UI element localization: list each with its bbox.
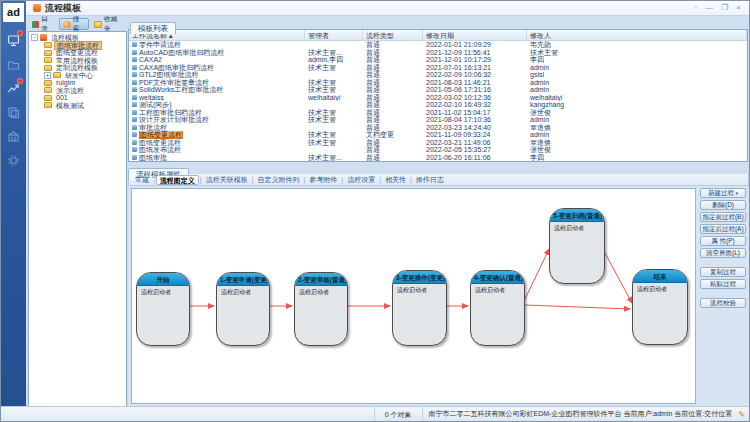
tab-3[interactable]: 自定义附件列	[254, 175, 302, 185]
table-row[interactable]: 图纸变更流程技术主管普通2022-03-21 11:49:06覃道焕	[129, 139, 747, 147]
flow-node[interactable]: 3-变更操作(变更操流程启动者	[392, 270, 447, 346]
table-row[interactable]: 设计开发计划审批流程技术主管普通2021-08-04 17:10:36admin	[129, 116, 747, 124]
flow-button[interactable]: 指定前过程(B)	[700, 212, 746, 222]
workflow-name: 图纸变更流程	[139, 131, 183, 139]
flowchart-canvas[interactable]: 开始流程启动者1-变更申请(变更申流程启动者2-变更审核(普通)流程启动者3-变…	[131, 188, 696, 404]
catalog-button[interactable]: 目录	[28, 18, 58, 30]
table-row[interactable]: 图纸变更流程技术主管文档变更2021-11-09 09:33:24admin	[129, 131, 747, 139]
tree-item[interactable]: 001	[44, 94, 126, 102]
column-header[interactable]: 管理者	[305, 30, 363, 40]
flow-node[interactable]: 2-变更审核(普通)流程启动者	[294, 272, 348, 346]
column-header[interactable]: 修改日期	[423, 30, 527, 40]
flow-button[interactable]: 属 性(P)	[700, 236, 746, 246]
flow-node-role: 流程启动者	[393, 284, 446, 297]
table-cell: 审批流程	[129, 124, 305, 132]
search-button[interactable]: 搜索	[59, 18, 89, 30]
tab-template-list[interactable]: 模板列表	[130, 22, 176, 34]
table-row[interactable]: 图纸发布流程普通2022-02-05 15:35:27张世俊	[129, 146, 747, 154]
table-cell: 2022-02-10 16:49:32	[423, 101, 527, 109]
gear-icon[interactable]	[1, 148, 26, 172]
table-row[interactable]: 工程图审批归档流程技术主管普通2021-11-02 15:04:17张世俊	[129, 109, 747, 117]
monitor-icon[interactable]	[1, 28, 26, 52]
table-row[interactable]: weitaissweihaitaiyi普通2022-03-02 10:12:36…	[129, 94, 747, 102]
flow-node[interactable]: 5-变更归档(普通)流程启动者	[549, 208, 605, 284]
tab-4[interactable]: 参考附件	[306, 175, 340, 185]
favorites-button[interactable]: 收藏夹	[90, 18, 127, 30]
table-cell: 2021-11-09 09:33:24	[423, 131, 527, 139]
close-icon[interactable]: ×	[736, 3, 741, 13]
table-row[interactable]: CAXA图纸审批归档流程技术主管普通2021-07-01 16:13:21adm…	[129, 64, 747, 72]
tree-item[interactable]: 常用流程模板	[44, 57, 126, 65]
column-header[interactable]: 修改人	[527, 30, 747, 40]
chart-icon[interactable]	[1, 76, 26, 100]
table-row[interactable]: GTL2图纸审批流程普通2022-02-09 10:06:32gslsl	[129, 71, 747, 79]
tree-item[interactable]: 演示流程	[44, 87, 126, 95]
table-row[interactable]: SolidWorks工程图审批流程技术主管普通2021-05-06 17:31:…	[129, 86, 747, 94]
table-cell: CAXA2	[129, 56, 305, 64]
table-cell: 2022-02-09 10:06:32	[423, 71, 527, 79]
table-row[interactable]: AutoCAD图纸审批归档流程技术主管...普通2021-12-09 11:56…	[129, 49, 747, 57]
folder-icon[interactable]	[1, 52, 26, 76]
tab-0[interactable]: 常规	[132, 175, 152, 185]
table-cell: 技术主管	[305, 109, 363, 117]
tab-1[interactable]: 流程图定义	[156, 175, 199, 185]
folder-icon	[44, 65, 52, 71]
search-icon	[63, 21, 70, 28]
folder-icon	[44, 95, 52, 101]
folder-icon	[44, 80, 52, 86]
tab-2[interactable]: 流程关联模板	[203, 175, 251, 185]
tree-item[interactable]: 定制流程模板	[44, 64, 126, 72]
flow-node[interactable]: 1-变更申请(变更申流程启动者	[216, 272, 270, 346]
minimize-icon[interactable]: —	[705, 3, 713, 13]
flow-node[interactable]: 开始流程启动者	[136, 272, 190, 346]
flow-button[interactable]: 新建过程 ▾	[700, 188, 746, 198]
table-cell: 普通	[363, 56, 423, 64]
table-row[interactable]: CAXA2admin,李四普通2021-12-01 10:17:29李四	[129, 56, 747, 64]
tab-separator: |	[200, 176, 202, 183]
tree-item[interactable]: +研发中心	[44, 72, 126, 80]
table-cell: kangzhang	[527, 101, 747, 109]
table-row[interactable]: 审批流程普通2022-03-23 14:24:40覃道焕	[129, 124, 747, 132]
table-cell: 2022-03-21 11:49:06	[423, 139, 527, 147]
tree-item-label: 001	[54, 94, 70, 102]
copy-icon[interactable]	[1, 100, 26, 124]
flow-button[interactable]: 指定后过程(A)	[700, 224, 746, 234]
column-header[interactable]: 流程类型	[363, 30, 423, 40]
table-row[interactable]: 图纸审批技术主管...普通2021-06-20 16:11:06李四	[129, 154, 747, 162]
flow-node[interactable]: 结束流程启动者	[632, 269, 688, 345]
flow-button[interactable]: 清空界面(L)	[700, 248, 746, 258]
tree-item-label: 模板测试	[54, 102, 86, 110]
flow-button[interactable]: 流程校验	[700, 298, 746, 308]
expand-icon[interactable]: +	[44, 72, 51, 79]
status-spacer	[1, 407, 375, 421]
flow-button[interactable]: 粘贴过程	[700, 279, 746, 289]
table-row[interactable]: PDF文件审批签章流程技术主管普通2021-08-03 11:46:21admi…	[129, 79, 747, 87]
flow-node[interactable]: 4-变更确认(普通)流程启动者	[470, 270, 525, 346]
tab-5[interactable]: 流程设置	[344, 175, 378, 185]
tab-6[interactable]: 相关性	[382, 175, 409, 185]
flow-node-title: 5-变更归档(普通)	[550, 209, 604, 222]
window-controls: ◦—❐×	[694, 3, 749, 13]
collapse-icon[interactable]: -	[31, 34, 38, 41]
tree-item[interactable]: 图纸审批流程	[44, 42, 126, 50]
table-row[interactable]: 零件申请流程普通2022-01-01 21:09:29韦先勋	[129, 41, 747, 49]
tree-item[interactable]: ruigim	[44, 79, 126, 87]
flow-button[interactable]: 删除(D)	[700, 200, 746, 210]
table-row[interactable]: 测试(同步)普通2022-02-10 16:49:32kangzhang	[129, 101, 747, 109]
tab-7[interactable]: 操作日志	[413, 175, 447, 185]
table-cell: 韦先勋	[527, 41, 747, 49]
restore-icon[interactable]: ❐	[721, 3, 728, 13]
table-cell: gslsl	[527, 71, 747, 79]
tree-item[interactable]: 图纸变更流程	[44, 49, 126, 57]
table-cell: GTL2图纸审批流程	[129, 71, 305, 79]
tree-item[interactable]: 模板测试	[44, 102, 126, 110]
settings-icon[interactable]: ◦	[694, 3, 697, 13]
table-cell: weitaiss	[129, 94, 305, 102]
table-cell: 技术主管	[305, 131, 363, 139]
flow-button[interactable]: 复制过程	[700, 267, 746, 277]
workflow-name: 图纸审批	[139, 154, 167, 161]
edit-pencil-icon[interactable]: ✎	[738, 410, 749, 419]
org-icon[interactable]	[1, 124, 26, 148]
table-cell: 2022-01-01 21:09:29	[423, 41, 527, 49]
object-count: 0 个对象	[375, 407, 423, 421]
